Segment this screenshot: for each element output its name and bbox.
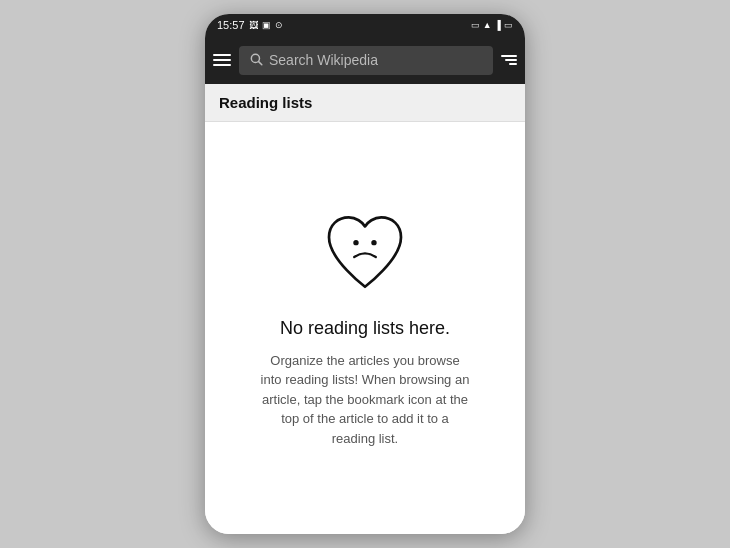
reading-lists-title: Reading lists — [219, 94, 312, 111]
search-placeholder-text: Search Wikipedia — [269, 52, 483, 68]
hamburger-line-1 — [213, 54, 231, 56]
empty-state-title: No reading lists here. — [280, 318, 450, 339]
signal-strength-icon: ▐ — [495, 20, 501, 30]
search-icon — [249, 52, 263, 69]
wifi-icon: ▲ — [483, 20, 492, 30]
hamburger-line-2 — [213, 59, 231, 61]
status-time: 15:57 🖼 ▣ ⊙ — [217, 19, 283, 31]
screen-icon: ▭ — [471, 20, 480, 30]
status-bar: 15:57 🖼 ▣ ⊙ ▭ ▲ ▐ ▭ — [205, 14, 525, 36]
svg-point-3 — [371, 240, 376, 245]
sort-button[interactable] — [501, 55, 517, 65]
empty-state-icon — [320, 208, 410, 302]
sort-line-1 — [501, 55, 517, 57]
search-bar[interactable]: Search Wikipedia — [239, 46, 493, 75]
menu-button[interactable] — [213, 54, 231, 66]
app-bar: Search Wikipedia — [205, 36, 525, 84]
hamburger-line-3 — [213, 64, 231, 66]
section-header: Reading lists — [205, 84, 525, 122]
photo-icon: 🖼 — [249, 20, 258, 30]
sort-line-2 — [505, 59, 517, 61]
svg-point-2 — [353, 240, 358, 245]
time-display: 15:57 — [217, 19, 245, 31]
main-content: No reading lists here. Organize the arti… — [205, 122, 525, 534]
battery-icon: ▭ — [504, 20, 513, 30]
signal-icon: ▣ — [262, 20, 271, 30]
sort-line-3 — [509, 63, 517, 65]
svg-line-1 — [259, 61, 262, 64]
empty-state-description: Organize the articles you browse into re… — [260, 351, 470, 449]
clock-icon: ⊙ — [275, 20, 283, 30]
status-icons: ▭ ▲ ▐ ▭ — [471, 20, 513, 30]
phone-frame: 15:57 🖼 ▣ ⊙ ▭ ▲ ▐ ▭ Search W — [205, 14, 525, 534]
